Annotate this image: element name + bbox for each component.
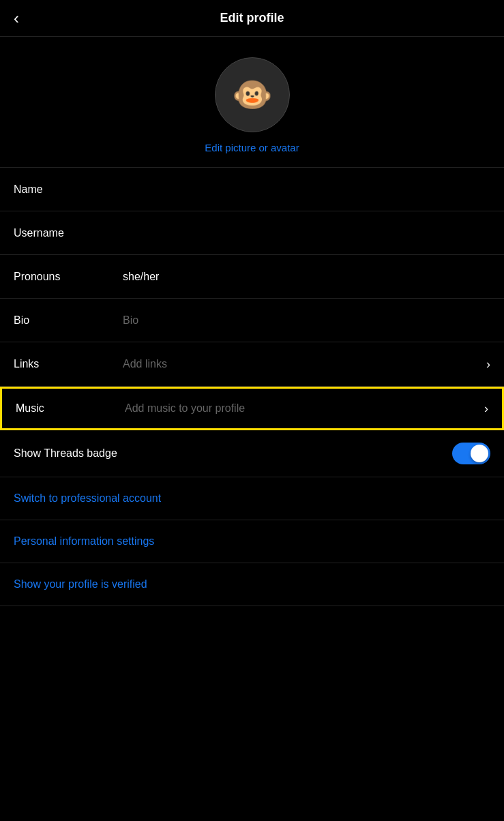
pronouns-value[interactable]: she/her — [123, 271, 490, 283]
toggle-knob — [471, 445, 488, 462]
switch-professional-label: Switch to professional account — [14, 492, 161, 504]
name-field-row[interactable]: Name — [0, 168, 504, 211]
username-label: Username — [14, 227, 123, 239]
action-links-section: Switch to professional account Personal … — [0, 477, 504, 606]
personal-info-label: Personal information settings — [14, 535, 154, 547]
page-title: Edit profile — [220, 11, 284, 25]
threads-badge-row: Show Threads badge — [0, 430, 504, 477]
bio-label: Bio — [14, 314, 123, 327]
fields-section: Name Username Pronouns she/her Bio Bio L… — [0, 168, 504, 387]
threads-badge-label: Show Threads badge — [14, 447, 117, 460]
back-button[interactable]: ‹ — [14, 9, 19, 28]
verified-row[interactable]: Show your profile is verified — [0, 563, 504, 606]
music-chevron-icon: › — [484, 402, 488, 416]
name-label: Name — [14, 183, 123, 196]
bio-field-row[interactable]: Bio Bio — [0, 299, 504, 342]
switch-professional-row[interactable]: Switch to professional account — [0, 477, 504, 520]
links-value[interactable]: Add links — [123, 358, 481, 370]
edit-picture-link[interactable]: Edit picture or avatar — [205, 142, 299, 153]
threads-badge-toggle[interactable] — [452, 443, 490, 464]
links-label: Links — [14, 358, 123, 370]
username-field-row[interactable]: Username — [0, 211, 504, 255]
avatar[interactable]: 🐵 — [215, 57, 290, 132]
header: ‹ Edit profile — [0, 0, 504, 37]
avatar-section: 🐵 Edit picture or avatar — [0, 37, 504, 168]
avatar-icon: 🐵 — [232, 76, 273, 114]
pronouns-field-row[interactable]: Pronouns she/her — [0, 255, 504, 299]
music-value[interactable]: Add music to your profile — [125, 402, 479, 415]
links-field-row[interactable]: Links Add links › — [0, 342, 504, 386]
music-label: Music — [16, 402, 125, 415]
pronouns-label: Pronouns — [14, 271, 123, 283]
bio-value[interactable]: Bio — [123, 314, 490, 327]
verified-label: Show your profile is verified — [14, 578, 147, 590]
personal-info-row[interactable]: Personal information settings — [0, 520, 504, 563]
music-field-row[interactable]: Music Add music to your profile › — [0, 387, 504, 430]
links-chevron-icon: › — [486, 357, 490, 372]
